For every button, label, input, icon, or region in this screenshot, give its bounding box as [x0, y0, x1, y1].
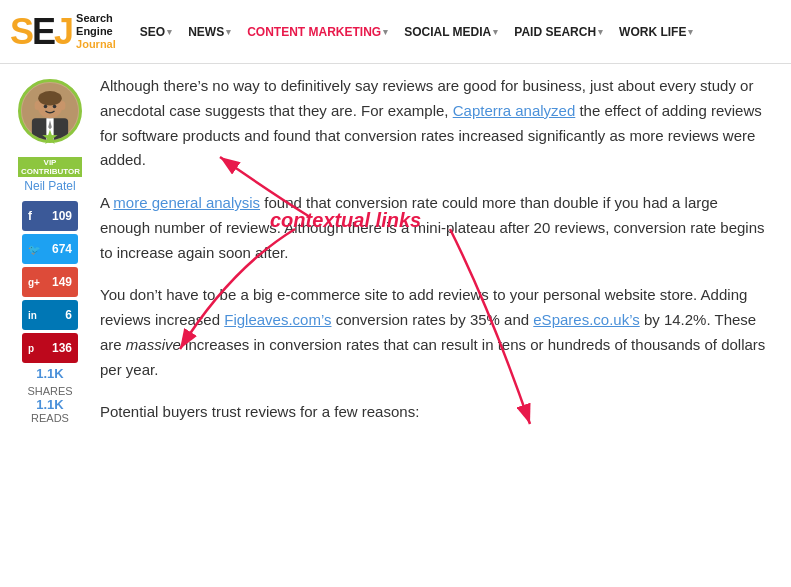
vip-badge: VIP CONTRIBUTOR [18, 157, 82, 177]
nav-news[interactable]: NEWS ▾ [182, 21, 237, 43]
linkedin-share-button[interactable]: in 6 [22, 300, 78, 330]
pinterest-count: 136 [52, 341, 72, 355]
logo-full-text: Search Engine Journal [76, 12, 116, 52]
linkedin-count: 6 [65, 308, 72, 322]
pinterest-share-button[interactable]: p 136 [22, 333, 78, 363]
facebook-count: 109 [52, 209, 72, 223]
paragraph-3: You don’t have to be a big e-commerce si… [100, 283, 771, 382]
nav-seo[interactable]: SEO ▾ [134, 21, 178, 43]
main-nav: SEO ▾ NEWS ▾ CONTENT MARKETING ▾ SOCIAL … [134, 21, 700, 43]
main-layout: ★ VIP CONTRIBUTOR Neil Patel f 109 🐦 674… [0, 64, 791, 453]
chevron-down-icon: ▾ [226, 27, 231, 37]
shares-label: SHARES [27, 385, 72, 397]
nav-social-media[interactable]: SOCIAL MEDIA ▾ [398, 21, 504, 43]
sidebar: ★ VIP CONTRIBUTOR Neil Patel f 109 🐦 674… [10, 74, 90, 443]
svg-point-5 [35, 101, 40, 110]
facebook-share-button[interactable]: f 109 [22, 201, 78, 231]
chevron-down-icon: ▾ [167, 27, 172, 37]
more-general-analysis-link[interactable]: more general analysis [113, 194, 260, 211]
article-content: Although there’s no way to definitively … [90, 74, 791, 443]
googleplus-share-button[interactable]: g+ 149 [22, 267, 78, 297]
svg-point-8 [44, 105, 48, 109]
capterra-link[interactable]: Capterra analyzed [453, 102, 576, 119]
twitter-count: 674 [52, 242, 72, 256]
site-header: SEJ Search Engine Journal SEO ▾ NEWS ▾ C… [0, 0, 791, 64]
figleaves-link[interactable]: Figleaves.com’s [224, 311, 331, 328]
nav-content-marketing[interactable]: CONTENT MARKETING ▾ [241, 21, 394, 43]
shares-count: 1.1K [36, 366, 63, 381]
avatar-container: ★ [18, 79, 82, 143]
paragraph-1: Although there’s no way to definitively … [100, 74, 771, 173]
pinterest-icon: p [28, 343, 34, 354]
author-name[interactable]: Neil Patel [24, 179, 75, 193]
reads-label: READS [31, 412, 69, 424]
svg-point-6 [60, 101, 65, 110]
chevron-down-icon: ▾ [383, 27, 388, 37]
espares-link[interactable]: eSpares.co.uk’s [533, 311, 639, 328]
chevron-down-icon: ▾ [493, 27, 498, 37]
paragraph-4: Potential buyers trust reviews for a few… [100, 400, 771, 425]
reads-count: 1.1K [36, 397, 63, 412]
svg-point-9 [53, 105, 57, 109]
nav-paid-search[interactable]: PAID SEARCH ▾ [508, 21, 609, 43]
logo-sej-text: SEJ [10, 14, 72, 50]
chevron-down-icon: ▾ [688, 27, 693, 37]
star-icon: ★ [41, 125, 59, 149]
chevron-down-icon: ▾ [598, 27, 603, 37]
nav-work-life[interactable]: WORK LIFE ▾ [613, 21, 699, 43]
googleplus-icon: g+ [28, 277, 40, 288]
twitter-icon: 🐦 [28, 244, 40, 255]
paragraph-2: A more general analysis found that conve… [100, 191, 771, 265]
svg-point-7 [38, 91, 62, 106]
logo[interactable]: SEJ Search Engine Journal [10, 12, 116, 52]
twitter-share-button[interactable]: 🐦 674 [22, 234, 78, 264]
linkedin-icon: in [28, 310, 37, 321]
facebook-icon: f [28, 209, 32, 223]
googleplus-count: 149 [52, 275, 72, 289]
